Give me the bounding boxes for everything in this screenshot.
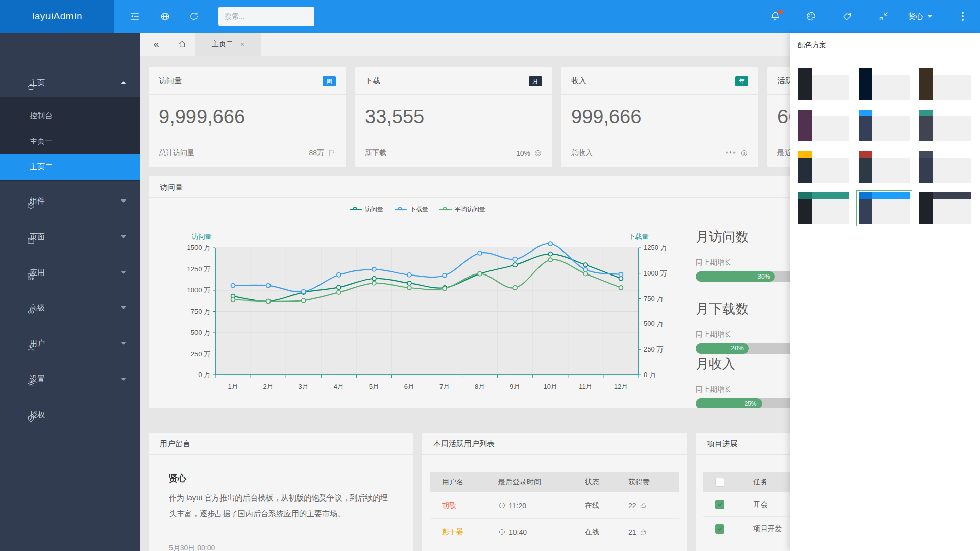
theme-button[interactable] xyxy=(799,0,823,33)
progress-fill: 20% xyxy=(696,343,749,354)
legend-label: 平均访问量 xyxy=(455,205,485,214)
col-header[interactable]: 用户名 xyxy=(430,478,486,487)
svg-text:$: $ xyxy=(743,151,746,156)
fullscreen-button[interactable] xyxy=(872,0,895,33)
legend-item-下载量[interactable]: 下载量 xyxy=(395,205,428,214)
card-badge[interactable]: 周 xyxy=(323,76,336,86)
theme-swatch-11[interactable] xyxy=(919,192,971,224)
theme-swatch-6[interactable] xyxy=(798,151,849,183)
user-menu[interactable]: 贤心 xyxy=(896,0,945,33)
language-button[interactable] xyxy=(153,0,177,33)
task-checkbox[interactable] xyxy=(715,524,724,534)
sidebar-item-6[interactable]: 设置 xyxy=(0,366,140,392)
sidebar-item-label: 设置 xyxy=(30,374,45,384)
color-scheme-title: 配色方案 xyxy=(790,33,980,57)
card-value: 33,555 xyxy=(365,106,424,128)
dollar-icon: $ xyxy=(740,149,748,157)
refresh-button[interactable] xyxy=(182,0,206,33)
swatch-logo xyxy=(859,192,872,199)
select-all-checkbox[interactable] xyxy=(715,478,724,487)
active-tab[interactable]: 主页二 × xyxy=(195,33,261,56)
svg-text:0 万: 0 万 xyxy=(198,371,210,379)
theme-swatch-10[interactable] xyxy=(859,192,910,224)
line-chart[interactable]: 0 万250 万500 万750 万1000 万1250 万1500 万0 万2… xyxy=(149,198,687,408)
swatch-body xyxy=(872,116,910,141)
notifications-button[interactable] xyxy=(764,0,787,33)
sidebar-item-4[interactable]: 高级 xyxy=(0,295,140,320)
swatch-logo xyxy=(798,151,812,158)
theme-swatch-5[interactable] xyxy=(919,110,971,141)
sidebar-item-5[interactable]: 用户 xyxy=(0,331,140,356)
theme-swatch-7[interactable] xyxy=(859,151,910,183)
user-name[interactable]: 彭于晏 xyxy=(430,528,486,537)
stat-card-2: 收入年 999,666 总收入***$ xyxy=(561,67,758,167)
sidebar-subitem-控制台[interactable]: 控制台 xyxy=(0,103,140,129)
card-desc: 新下载 xyxy=(365,148,386,158)
theme-swatch-3[interactable] xyxy=(798,110,849,141)
col-header[interactable]: 获得赞 xyxy=(616,478,679,487)
table-row[interactable]: 彭于晏 10:40 在线 21 xyxy=(430,519,679,545)
swatch-header xyxy=(872,192,910,199)
swatch-header xyxy=(812,110,849,116)
last-login: 10:40 xyxy=(486,528,573,536)
home-tab[interactable] xyxy=(172,33,192,56)
close-tab-icon[interactable]: × xyxy=(240,40,244,48)
legend-item-访问量[interactable]: 访问量 xyxy=(350,205,383,214)
swatch-logo xyxy=(919,151,933,158)
legend-item-平均访问量[interactable]: 平均访问量 xyxy=(439,205,485,214)
app-logo[interactable]: layuiAdmin xyxy=(0,0,114,33)
message-author: 贤心 xyxy=(169,472,186,484)
theme-swatch-9[interactable] xyxy=(798,192,849,224)
card-title: 下载 xyxy=(365,76,380,86)
swatch-logo xyxy=(798,192,812,199)
tabs-collapse-button[interactable]: « xyxy=(147,33,165,56)
legend-marker xyxy=(439,209,452,210)
sidebar-subitem-主页二[interactable]: 主页二 xyxy=(0,154,140,180)
svg-text:500 万: 500 万 xyxy=(644,320,663,328)
stat-card-1: 下载月 33,555 新下载10% xyxy=(355,67,552,167)
col-header[interactable]: 最后登录时间 xyxy=(486,478,573,487)
theme-swatch-8[interactable] xyxy=(919,151,971,183)
collapse-sidebar-button[interactable] xyxy=(123,0,146,33)
search-input[interactable] xyxy=(218,12,314,20)
table-row[interactable]: 胡歌 11:20 在线 22 xyxy=(430,492,679,519)
user-likes[interactable]: 21 xyxy=(616,528,679,536)
theme-swatches-grid xyxy=(790,57,980,234)
svg-text:5月: 5月 xyxy=(369,383,379,390)
legend-marker xyxy=(350,209,362,210)
legend-marker xyxy=(395,209,407,210)
check-icon xyxy=(717,525,723,532)
more-menu-button[interactable] xyxy=(952,0,973,33)
user-name[interactable]: 胡歌 xyxy=(430,501,486,510)
theme-swatch-1[interactable] xyxy=(859,68,910,100)
theme-swatch-0[interactable] xyxy=(798,68,849,100)
sidebar-item-label: 用户 xyxy=(30,339,45,348)
card-badge[interactable]: 年 xyxy=(735,76,748,86)
sidebar-item-1[interactable]: 组件 xyxy=(0,188,140,214)
col-header[interactable]: 状态 xyxy=(573,478,616,487)
svg-text:500 万: 500 万 xyxy=(191,329,210,336)
tag-icon xyxy=(842,11,852,22)
sidebar-item-label: 页面 xyxy=(30,232,45,242)
note-button[interactable] xyxy=(835,0,859,33)
smiley-icon xyxy=(534,149,542,157)
sidebar-subitem-主页一[interactable]: 主页一 xyxy=(0,129,140,154)
home-icon xyxy=(178,40,187,49)
sidebar-item-3[interactable]: 应用 xyxy=(0,260,140,285)
thumb-icon xyxy=(640,502,647,509)
theme-swatch-2[interactable] xyxy=(919,68,971,100)
message-panel-title: 用户留言 xyxy=(149,433,413,455)
shrink-screen-icon xyxy=(878,11,889,21)
user-message-panel: 用户留言 贤心 作为 layui 官方推出的后台模板，从初版的饱受争议，到后续的… xyxy=(149,433,413,551)
active-users-title: 本周活跃用户列表 xyxy=(422,433,687,455)
theme-swatch-4[interactable] xyxy=(859,110,910,141)
sidebar-item-7[interactable]: 授权 xyxy=(0,402,140,428)
sidebar-item-0[interactable]: 主页 xyxy=(0,70,140,95)
user-status: 在线 xyxy=(573,501,616,510)
card-badge[interactable]: 月 xyxy=(529,76,542,86)
swatch-body xyxy=(933,158,971,183)
user-likes[interactable]: 22 xyxy=(616,502,679,510)
swatch-header xyxy=(933,151,971,158)
sidebar-item-2[interactable]: 页面 xyxy=(0,224,140,249)
task-checkbox[interactable] xyxy=(715,500,724,509)
